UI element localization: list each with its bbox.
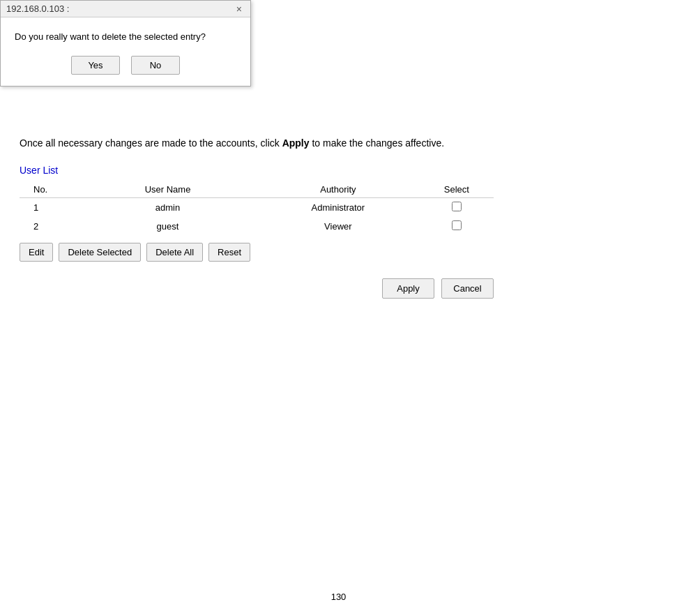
cell-select	[420, 198, 494, 218]
table-row: 1adminAdministrator	[20, 198, 494, 218]
dialog-buttons: Yes No	[15, 56, 236, 75]
cell-no: 1	[20, 198, 79, 218]
cell-authority: Administrator	[257, 198, 420, 218]
reset-button[interactable]: Reset	[208, 243, 250, 262]
dialog-message: Do you really want to delete the selecte…	[15, 31, 236, 42]
dialog-no-button[interactable]: No	[131, 56, 180, 75]
dialog-titlebar: 192.168.0.103 : ×	[1, 1, 250, 17]
cell-select	[420, 217, 494, 236]
cancel-button[interactable]: Cancel	[441, 278, 494, 299]
select-checkbox-1[interactable]	[452, 202, 462, 211]
dialog-title: 192.168.0.103 :	[6, 3, 69, 14]
dialog-close-button[interactable]: ×	[234, 4, 245, 14]
table-header-row: No. User Name Authority Select	[20, 181, 494, 198]
page-container: 192.168.0.103 : × Do you really want to …	[0, 0, 677, 616]
dialog-box: 192.168.0.103 : × Do you really want to …	[0, 0, 251, 87]
select-checkbox-2[interactable]	[452, 220, 462, 230]
delete-selected-button[interactable]: Delete Selected	[59, 243, 141, 262]
page-number: 130	[331, 592, 347, 602]
dialog-body: Do you really want to delete the selecte…	[1, 17, 250, 86]
edit-button[interactable]: Edit	[20, 243, 53, 262]
cell-authority: Viewer	[257, 217, 420, 236]
table-row: 2guestViewer	[20, 217, 494, 236]
cell-username: guest	[79, 217, 257, 236]
instruction-apply-word: Apply	[282, 137, 310, 149]
user-table: No. User Name Authority Select 1adminAdm…	[20, 181, 494, 236]
dialog-colon: :	[67, 3, 70, 14]
main-content: Once all necessary changes are made to t…	[14, 136, 663, 299]
instruction-suffix: to make the changes affective.	[310, 137, 445, 149]
col-header-authority: Authority	[257, 181, 420, 198]
action-buttons: Edit Delete Selected Delete All Reset	[20, 243, 663, 262]
instruction-prefix: Once all necessary changes are made to t…	[20, 137, 282, 149]
col-header-select: Select	[420, 181, 494, 198]
dialog-yes-button[interactable]: Yes	[71, 56, 120, 75]
user-list-section: User List No. User Name Authority Select…	[20, 165, 663, 299]
cell-username: admin	[79, 198, 257, 218]
dialog-ip: 192.168.0.103	[6, 3, 64, 14]
section-title: User List	[20, 165, 663, 176]
col-header-no: No.	[20, 181, 79, 198]
delete-all-button[interactable]: Delete All	[146, 243, 203, 262]
bottom-buttons: Apply Cancel	[20, 278, 494, 299]
col-header-username: User Name	[79, 181, 257, 198]
cell-no: 2	[20, 217, 79, 236]
instruction-text: Once all necessary changes are made to t…	[20, 136, 663, 151]
apply-button[interactable]: Apply	[382, 278, 434, 299]
